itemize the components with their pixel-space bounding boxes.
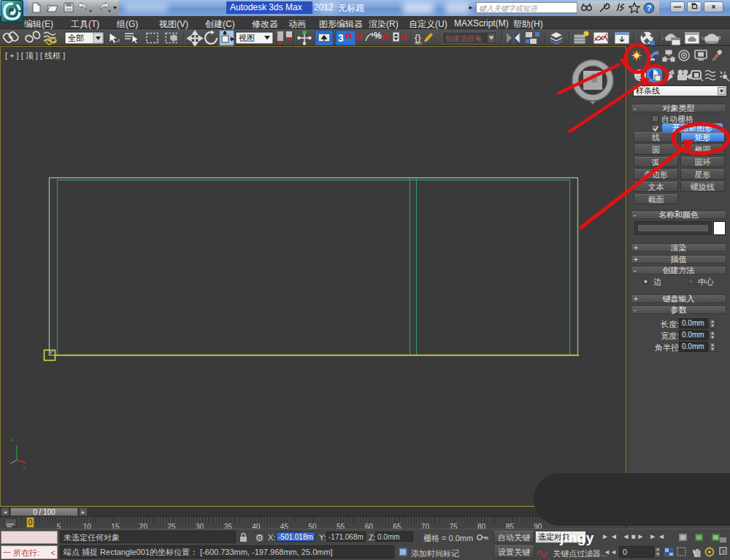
svg-text:ABC: ABC bbox=[415, 41, 423, 45]
svg-text:x: x bbox=[23, 464, 26, 470]
svg-text:z: z bbox=[11, 436, 14, 442]
svg-text:%: % bbox=[374, 31, 382, 41]
svg-text:3: 3 bbox=[338, 32, 344, 44]
svg-text:全部: 全部 bbox=[68, 34, 84, 42]
svg-text:?: ? bbox=[647, 4, 652, 12]
svg-text:视图: 视图 bbox=[239, 34, 255, 42]
svg-text:创建选择集: 创建选择集 bbox=[445, 34, 482, 42]
